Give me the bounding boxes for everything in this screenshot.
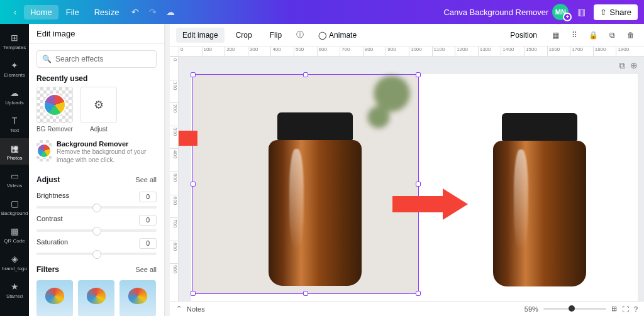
rail-text[interactable]: TText: [0, 111, 29, 137]
svg-marker-0: [179, 123, 197, 154]
background-remover-card[interactable]: Background Remover Remove the background…: [36, 138, 157, 166]
search-input[interactable]: [55, 55, 151, 63]
animate-button[interactable]: ◯Animate: [312, 28, 363, 43]
bg-remover-desc: Remove the background of your image with…: [57, 148, 157, 164]
notes-button[interactable]: Notes: [187, 305, 205, 313]
duplicate-page-icon[interactable]: ⧉: [619, 60, 625, 71]
redo-icon[interactable]: ↷: [144, 3, 162, 21]
resize-menu[interactable]: Resize: [87, 8, 127, 17]
insights-icon[interactable]: ▥: [572, 3, 590, 21]
jar-image: [269, 112, 362, 286]
rail-uploads[interactable]: ☁Uploads: [0, 83, 29, 109]
context-toolbar: Edit image Crop Flip ⓘ ◯Animate Position…: [170, 24, 644, 46]
slider-brightness[interactable]: Brightness0: [36, 192, 157, 209]
slider-saturation[interactable]: Saturation0: [36, 238, 157, 255]
rail-brand_logo[interactable]: ◈brand_logo: [0, 249, 29, 275]
top-bar: ‹ Home File Resize ↶ ↷ ☁ Canva Backgroun…: [0, 0, 644, 24]
grid-view-icon[interactable]: ⊞: [611, 305, 617, 313]
filters-heading: Filters: [36, 265, 59, 274]
filter-thumb[interactable]: [119, 280, 156, 316]
search-icon: 🔍: [42, 55, 52, 63]
edit-image-button[interactable]: Edit image: [176, 28, 225, 43]
left-rail: ⊞Templates✦Elements☁UploadsTText▦Photos▭…: [0, 24, 29, 316]
ruler-vertical: 0100200300400500600700800900: [170, 57, 179, 301]
rail-icon: ▦: [9, 143, 20, 154]
selected-image[interactable]: [192, 74, 419, 294]
zoom-slider[interactable]: [543, 308, 606, 310]
slider-contrast[interactable]: Contrast0: [36, 215, 157, 232]
jar-no-bg: [493, 113, 586, 286]
lock-icon[interactable]: 🔒: [586, 28, 600, 42]
flip-button[interactable]: Flip: [264, 28, 288, 43]
rail-icon: ☁: [9, 87, 20, 99]
rail-icon: ★: [9, 281, 20, 292]
filters-see-all-link[interactable]: See all: [135, 266, 157, 273]
rail-starred[interactable]: ★Starred: [0, 276, 29, 303]
rail-videos[interactable]: ▭Videos: [0, 166, 29, 192]
beachball-icon: [36, 143, 52, 158]
panel-title: Edit image: [29, 24, 164, 44]
rail-icon: ✦: [9, 60, 20, 71]
rail-photos[interactable]: ▦Photos: [0, 138, 29, 165]
fullscreen-icon[interactable]: ⛶: [622, 305, 629, 313]
share-icon: ⇧: [600, 8, 607, 17]
recent-adjust[interactable]: ⚙ Adjust: [80, 87, 117, 133]
chevron-up-icon[interactable]: ⌃: [176, 305, 182, 313]
svg-marker-1: [392, 188, 468, 220]
rail-icon: ◈: [9, 253, 20, 264]
help-icon[interactable]: ?: [634, 305, 638, 313]
share-button[interactable]: ⇧Share: [594, 4, 638, 20]
back-icon[interactable]: ‹: [6, 3, 24, 21]
recent-bg-remover[interactable]: BG Remover: [36, 87, 73, 133]
trash-icon[interactable]: 🗑: [624, 28, 638, 42]
animate-icon: ◯: [318, 31, 326, 40]
beachball-icon: [43, 94, 66, 116]
avatar[interactable]: MN+: [552, 4, 569, 20]
rail-templates[interactable]: ⊞Templates: [0, 28, 29, 54]
zoom-label[interactable]: 59%: [525, 305, 538, 313]
rail-icon: ▭: [9, 170, 20, 182]
filter-thumb[interactable]: [78, 280, 114, 316]
ruler-horizontal: 0100200300400500600700800900100011001200…: [170, 46, 644, 57]
filter-thumb[interactable]: [36, 280, 73, 316]
rail-icon: ⊞: [9, 32, 20, 43]
adjust-heading: Adjust: [36, 175, 60, 184]
rail-icon: ▢: [9, 198, 20, 209]
status-bar: ⌃ Notes 59% ⊞ ⛶ ?: [170, 301, 644, 316]
bg-remover-title: Background Remover: [57, 140, 157, 148]
duplicate-icon[interactable]: ⧉: [605, 28, 619, 42]
cloud-sync-icon[interactable]: ☁: [162, 3, 179, 21]
panel-scrollbar[interactable]: [165, 24, 170, 316]
canvas-stage[interactable]: ⧉ ⊕: [179, 57, 644, 301]
position-button[interactable]: Position: [504, 28, 543, 43]
search-input-wrap[interactable]: 🔍: [36, 50, 157, 68]
sliders-icon: ⚙: [94, 98, 104, 112]
annotation-arrow: [392, 188, 468, 220]
link-icon[interactable]: ⠿: [567, 28, 581, 42]
file-menu[interactable]: File: [58, 8, 87, 17]
crop-button[interactable]: Crop: [230, 28, 258, 43]
annotation-arrow: [179, 119, 197, 157]
recently-used-heading: Recently used: [36, 74, 157, 83]
add-page-icon[interactable]: ⊕: [630, 60, 638, 71]
rail-qr code[interactable]: ▩QR Code: [0, 221, 29, 248]
rail-icon: T: [9, 115, 20, 126]
rail-icon: ▩: [9, 226, 20, 237]
add-member-icon[interactable]: +: [563, 13, 572, 21]
rail-elements[interactable]: ✦Elements: [0, 55, 29, 82]
undo-icon[interactable]: ↶: [126, 3, 144, 21]
transparency-icon[interactable]: ▦: [548, 28, 562, 42]
document-title[interactable]: Canva Background Remover: [443, 8, 548, 17]
adjust-see-all-link[interactable]: See all: [135, 176, 157, 183]
rail-background[interactable]: ▢Background: [0, 193, 29, 220]
info-icon[interactable]: ⓘ: [293, 28, 307, 42]
home-button[interactable]: Home: [24, 5, 58, 19]
side-panel: Edit image 🔍 Recently used BG Remover ⚙ …: [29, 24, 165, 316]
